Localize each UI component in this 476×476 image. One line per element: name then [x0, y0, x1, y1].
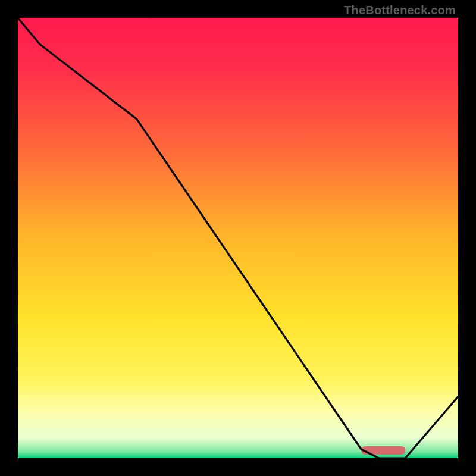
bottleneck-chart [18, 18, 458, 458]
gradient-background [18, 18, 458, 458]
chart-frame [18, 18, 458, 458]
watermark-text: TheBottleneck.com [344, 4, 456, 17]
